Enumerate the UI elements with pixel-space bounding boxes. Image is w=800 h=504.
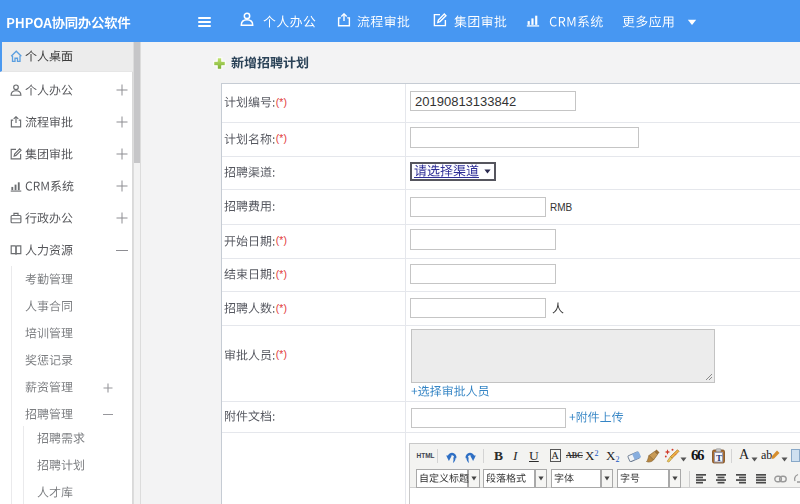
svg-text:T: T xyxy=(716,453,722,463)
